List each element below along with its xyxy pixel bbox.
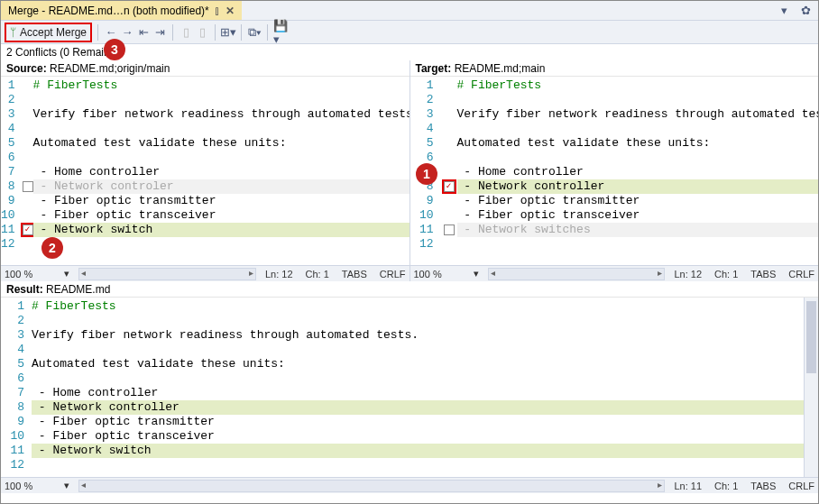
source-path: README.md;origin/main: [50, 62, 170, 75]
conflict-checkbox[interactable]: [444, 181, 455, 192]
target-header: Target: README.md;main: [410, 60, 819, 77]
prev-diff-icon[interactable]: ⇤: [136, 25, 151, 40]
next-diff-icon[interactable]: ⇥: [152, 25, 167, 40]
line-indicator: Ln: 12: [674, 269, 702, 279]
crlf-indicator: CRLF: [788, 269, 814, 279]
layout-icon[interactable]: ⊞▾: [221, 25, 235, 40]
conflict-checkbox[interactable]: [23, 225, 33, 235]
conflict-count-label: 2 Conflicts (0 Remain: [6, 46, 110, 59]
gear-icon[interactable]: ✿: [798, 4, 813, 18]
separator: [267, 24, 268, 41]
target-path: README.md;main: [455, 62, 546, 75]
crlf-indicator: CRLF: [788, 481, 814, 491]
close-icon[interactable]: ✕: [225, 5, 235, 17]
tabs-indicator: TABS: [750, 269, 776, 279]
tab-title: Merge - README.md…n (both modified)*: [8, 5, 209, 17]
col-indicator: Ch: 1: [306, 269, 329, 279]
result-path: README.md: [46, 283, 110, 296]
dropdown-icon[interactable]: ▾: [474, 268, 479, 279]
col-indicator: Ch: 1: [714, 269, 738, 279]
left-pane-icon[interactable]: ▯: [179, 25, 193, 40]
next-conflict-icon[interactable]: →: [120, 25, 134, 40]
horizontal-scrollbar[interactable]: [488, 268, 666, 280]
compare-icon[interactable]: ⧉▾: [247, 25, 262, 40]
merge-icon: ᛘ: [10, 26, 16, 39]
pin-icon[interactable]: ⫿: [215, 5, 220, 17]
accept-merge-label: Accept Merge: [20, 26, 87, 39]
line-indicator: Ln: 11: [674, 481, 702, 491]
dropdown-icon[interactable]: ▾: [64, 268, 69, 279]
merge-toolbar: ᛘ Accept Merge ← → ⇤ ⇥ ▯ ▯ ⊞▾ ⧉▾ 💾▾: [1, 21, 818, 44]
target-status-bar: 100 % ▾ Ln: 12 Ch: 1 TABS CRLF: [410, 265, 819, 281]
prev-conflict-icon[interactable]: ←: [104, 25, 118, 40]
target-label: Target:: [416, 62, 452, 75]
source-status-bar: 100 % ▾ Ln: 12 Ch: 1 TABS CRLF: [1, 265, 410, 281]
source-header: Source: README.md;origin/main: [1, 60, 410, 77]
zoom-level[interactable]: 100 %: [414, 269, 465, 279]
callout-1: 1: [416, 163, 437, 185]
tabs-indicator: TABS: [342, 269, 367, 279]
separator: [215, 24, 216, 41]
tab-bar: Merge - README.md…n (both modified)* ⫿ ✕…: [1, 1, 818, 21]
vertical-scrollbar[interactable]: [804, 298, 818, 477]
callout-2: 2: [41, 237, 63, 259]
save-icon[interactable]: 💾▾: [273, 25, 288, 40]
target-pane: Target: README.md;main 123456789101112# …: [410, 60, 819, 265]
source-editor[interactable]: 123456789101112# FiberTests Verify fiber…: [1, 77, 410, 265]
window-dropdown-icon[interactable]: ▾: [777, 4, 791, 18]
result-header: Result: README.md: [1, 281, 818, 298]
source-label: Source:: [6, 62, 47, 75]
horizontal-scrollbar[interactable]: [78, 480, 665, 492]
separator: [97, 24, 98, 41]
separator: [241, 24, 242, 41]
separator: [172, 24, 173, 41]
dropdown-icon[interactable]: ▾: [64, 480, 69, 491]
callout-3: 3: [104, 39, 125, 60]
crlf-indicator: CRLF: [380, 269, 406, 279]
conflict-checkbox[interactable]: [23, 181, 33, 192]
document-tab[interactable]: Merge - README.md…n (both modified)* ⫿ ✕: [1, 1, 242, 20]
horizontal-scrollbar[interactable]: [78, 268, 256, 280]
accept-merge-button[interactable]: ᛘ Accept Merge: [5, 23, 92, 42]
diff-panes: Source: README.md;origin/main 1234567891…: [1, 60, 818, 265]
zoom-level[interactable]: 100 %: [5, 269, 55, 279]
target-editor[interactable]: 123456789101112# FiberTests Verify fiber…: [410, 77, 819, 265]
result-editor[interactable]: 123456789101112# FiberTests Verify fiber…: [1, 298, 804, 477]
source-pane: Source: README.md;origin/main 1234567891…: [1, 60, 410, 265]
right-pane-icon[interactable]: ▯: [195, 25, 209, 40]
zoom-level[interactable]: 100 %: [5, 481, 55, 491]
conflict-checkbox[interactable]: [444, 225, 455, 235]
col-indicator: Ch: 1: [714, 481, 738, 491]
line-indicator: Ln: 12: [265, 269, 293, 279]
result-status-bar: 100 % ▾ Ln: 11 Ch: 1 TABS CRLF: [1, 477, 818, 493]
tabs-indicator: TABS: [750, 481, 776, 491]
result-label: Result:: [6, 283, 43, 296]
